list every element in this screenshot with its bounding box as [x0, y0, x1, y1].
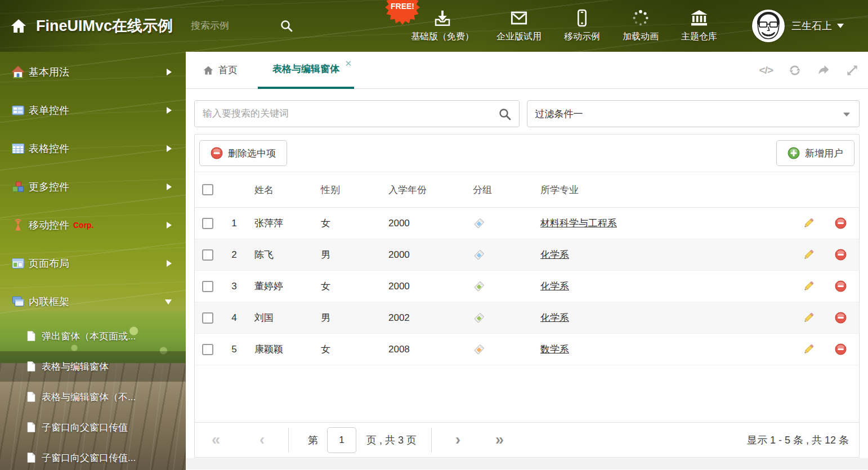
sidebar-item-grid-controls[interactable]: 表格控件	[0, 129, 186, 168]
nav-label: 加载动画	[623, 31, 659, 43]
row-checkbox[interactable]	[202, 312, 213, 324]
avatar-cartoon-face	[752, 10, 785, 42]
row-number: 5	[221, 344, 248, 355]
last-page-button[interactable]: »	[495, 432, 504, 447]
chevron-right-icon	[167, 183, 172, 190]
tag-icon	[473, 312, 485, 324]
submenu-item-grid-edit-window-2[interactable]: 表格与编辑窗体（不...	[0, 382, 186, 412]
edit-icon[interactable]	[803, 249, 815, 261]
bottom-strip	[186, 458, 868, 469]
keyword-search-input[interactable]	[195, 101, 519, 127]
tag-icon	[473, 280, 485, 293]
pagination-bar: « ‹ 第 页 , 共 3 页 › » 显示 1 - 5 条 , 共 12 条	[195, 422, 859, 457]
grid-icon	[11, 142, 25, 155]
user-caret-down-icon[interactable]	[837, 24, 844, 28]
nav-enterprise-trial[interactable]: 企业版试用	[496, 9, 542, 43]
main-content: 首页 表格与编辑窗体 ✕ </>	[186, 52, 868, 470]
table-row[interactable]: 2 陈飞 男 2000 化学系	[195, 239, 859, 271]
major-link[interactable]: 化学系	[540, 312, 569, 323]
delete-icon[interactable]	[835, 343, 847, 355]
cell-year: 2000	[382, 249, 466, 261]
submenu-item-child-to-parent[interactable]: 子窗口向父窗口传值	[0, 412, 186, 442]
home-logo-icon[interactable]	[10, 17, 27, 34]
table-row[interactable]: 5 康颖颖 女 2008 数学系	[195, 334, 859, 365]
filter-row: 过滤条件一	[194, 100, 860, 127]
table-row[interactable]: 3 董婷婷 女 2000 化学系	[195, 271, 859, 302]
filter-dropdown[interactable]: 过滤条件一	[527, 100, 860, 127]
page-number-input[interactable]	[327, 427, 356, 453]
delete-icon[interactable]	[835, 280, 847, 292]
refresh-icon[interactable]	[788, 64, 802, 77]
submenu-item-grid-edit-window[interactable]: 表格与编辑窗体	[0, 351, 186, 382]
major-link[interactable]: 材料科学与工程系	[540, 218, 617, 229]
nav-mobile-demo[interactable]: 移动示例	[564, 9, 600, 43]
tab-label: 表格与编辑窗体	[272, 62, 339, 75]
select-all-checkbox[interactable]	[202, 184, 213, 195]
user-menu[interactable]: 三生石上	[752, 0, 844, 52]
submenu-item-popup-window[interactable]: 弹出窗体（本页面或...	[0, 321, 186, 351]
username[interactable]: 三生石上	[791, 19, 832, 33]
chevron-right-icon	[167, 145, 172, 152]
view-source-icon[interactable]: </>	[759, 64, 773, 77]
column-header-name: 姓名	[248, 183, 314, 196]
page-suffix-label: 页 , 共 3 页	[366, 433, 417, 447]
expand-icon[interactable]	[845, 64, 859, 77]
chevron-right-icon	[167, 107, 172, 114]
submenu-item-label: 表格与编辑窗体	[42, 360, 109, 373]
delete-icon[interactable]	[835, 217, 847, 229]
major-link[interactable]: 数学系	[540, 344, 569, 355]
sidebar-item-inline-frames[interactable]: 内联框架	[0, 283, 186, 321]
close-icon[interactable]: ✕	[344, 59, 352, 68]
nav-basic-edition[interactable]: 基础版（免费）	[411, 9, 474, 43]
table-row[interactable]: 4 刘国 男 2002 化学系	[195, 302, 859, 334]
sidebar-item-mobile-controls[interactable]: 移动控件 Corp.	[0, 206, 186, 244]
major-link[interactable]: 化学系	[540, 281, 569, 292]
delete-icon[interactable]	[835, 312, 847, 324]
table-row[interactable]: 1 张萍萍 女 2000 材料科学与工程系	[195, 208, 859, 239]
nav-theme-store[interactable]: 主题仓库	[681, 9, 717, 43]
sidebar-item-more-controls[interactable]: 更多控件	[0, 168, 186, 206]
grid-panel: 删除选中项 新增用户 姓名 性别 入学年份 分组 所学专业 1 张萍萍 女 20…	[194, 134, 860, 458]
edit-icon[interactable]	[803, 280, 815, 292]
sidebar-item-form-controls[interactable]: 表单控件	[0, 91, 186, 129]
sidebar-item-basic-usage[interactable]: 基本用法	[0, 53, 186, 91]
edit-icon[interactable]	[803, 217, 815, 229]
delete-icon[interactable]	[835, 249, 847, 261]
envelope-icon	[510, 9, 528, 27]
tab-grid-edit-window[interactable]: 表格与编辑窗体 ✕	[258, 52, 354, 89]
edit-icon[interactable]	[803, 312, 815, 324]
major-link[interactable]: 化学系	[540, 249, 569, 260]
edit-icon[interactable]	[803, 343, 815, 355]
file-icon	[25, 422, 37, 433]
sidebar-item-label: 页面布局	[29, 257, 69, 270]
chevron-right-icon	[167, 69, 172, 75]
cell-year: 2000	[382, 281, 466, 292]
row-checkbox[interactable]	[202, 344, 213, 355]
filter-dropdown-value: 过滤条件一	[535, 108, 583, 120]
sidebar-item-label: 基本用法	[29, 65, 69, 79]
submenu-item-label: 表格与编辑窗体（不...	[42, 391, 136, 404]
add-user-button[interactable]: 新增用户	[776, 140, 854, 166]
first-page-button[interactable]: «	[212, 432, 220, 447]
prev-page-button[interactable]: ‹	[259, 432, 265, 447]
header-search-input[interactable]	[191, 20, 275, 32]
search-icon[interactable]	[280, 19, 293, 33]
search-icon[interactable]	[498, 108, 512, 121]
cell-gender: 男	[314, 311, 382, 324]
nav-label: 主题仓库	[681, 31, 717, 43]
nav-loading-animations[interactable]: 加载动画	[623, 9, 659, 43]
delete-selected-button[interactable]: 删除选中项	[199, 140, 287, 166]
tab-home[interactable]: 首页	[203, 64, 238, 77]
submenu-item-child-to-parent-2[interactable]: 子窗口向父窗口传值...	[0, 442, 186, 470]
next-page-button[interactable]: ›	[455, 432, 460, 447]
share-icon[interactable]	[817, 64, 830, 77]
row-checkbox[interactable]	[202, 218, 213, 229]
row-checkbox[interactable]	[202, 249, 213, 261]
sidebar-item-page-layout[interactable]: 页面布局	[0, 244, 186, 283]
row-number: 1	[221, 218, 248, 229]
row-checkbox[interactable]	[202, 281, 213, 292]
tag-icon	[473, 343, 485, 356]
keyword-search-box	[194, 100, 520, 127]
file-icon	[25, 452, 37, 463]
avatar[interactable]	[752, 10, 785, 42]
